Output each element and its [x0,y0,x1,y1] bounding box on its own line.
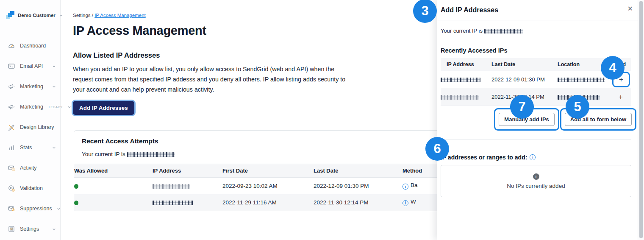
info-icon[interactable]: i [402,184,408,190]
table-row: 2022-11-30 12:14 PM + [441,88,631,106]
page-title: IP Access Management [73,24,437,38]
sidebar-item-label: Suppressions [20,206,52,212]
sidebar-item-label: Email API [20,63,43,69]
breadcrumb: Settings / IP Access Management [73,13,437,18]
panel-title: Add IP Addresses [441,6,498,14]
sidebar-item-label: Marketing [20,84,43,89]
sidebar-item-dashboard[interactable]: Dashboard [0,36,60,56]
callout-badge-7: 7 [510,95,534,119]
sidebar-item-settings[interactable]: Settings [0,219,60,239]
suppressions-icon [8,205,15,212]
sidebar-item-label: Settings [20,226,39,232]
info-icon[interactable]: i [530,154,536,160]
redacted-ip [153,201,193,205]
method-cell: W [411,198,416,205]
col-first-date: First Date [222,164,314,177]
stats-icon [8,144,15,151]
first-date-cell: 2022-11-29 11:16 AM [222,194,314,211]
description-text: When you add an IP to your allow list, y… [73,64,347,95]
design-library-icon [8,123,15,131]
info-icon[interactable]: i [402,200,408,206]
sidebar-item-label: Activity [20,165,37,171]
marketing-icon [8,103,15,111]
sidebar-item-suppressions[interactable]: Suppressions [0,198,60,219]
main-content: Settings / IP Access Management IP Acces… [60,0,437,240]
close-icon[interactable]: ✕ [627,6,633,12]
redacted-current-ip [127,152,175,157]
breadcrumb-link-ip-access[interactable]: IP Access Management [94,13,146,18]
breadcrumb-prefix: Settings / [73,13,93,18]
col-ip-address: IP Address [441,58,491,71]
sidebar-item-activity[interactable]: Activity [0,158,60,178]
col-was-allowed: Was Allowed [74,164,153,177]
sendgrid-logo-icon [6,11,14,20]
panel-buttons-row: Manually add IPs Add all to form below [441,108,636,131]
callout-badge-3: 3 [413,0,437,23]
activity-icon [8,164,15,172]
redacted-location [558,78,605,82]
account-switcher[interactable]: Demo Customer [0,0,60,20]
account-name: Demo Customer [18,13,56,18]
add-ip-plus-button[interactable]: + [615,92,626,102]
sidebar-item-stats[interactable]: Stats [0,137,60,158]
chevron-down-icon [52,64,56,68]
sidebar-item-label: Marketing [20,104,43,110]
validation-icon [8,184,15,192]
panel-current-ip-text: Your current IP is [441,28,631,34]
form-label-row: IP addresses or ranges to add: i [441,154,631,161]
first-date-cell: 2022-09-23 10:02 AM [222,177,314,194]
recently-accessed-heading: Recently Accessed IPs [441,47,631,54]
sidebar-item-email-api[interactable]: Email API [0,56,60,76]
panel-scrollbar [638,0,644,240]
col-ip-address: IP Address [153,164,222,177]
redacted-ip [441,95,479,100]
settings-icon [8,225,15,233]
panel-body: Your current IP is Recently Accessed IPs… [437,28,644,197]
callout-badge-6: 6 [425,137,449,161]
ip-list-empty-box: i No IPs currently added [441,165,631,197]
sidebar-item-marketing-legacy[interactable]: Marketing LEGACY [0,97,60,117]
chevron-down-icon [52,85,56,89]
sidebar-nav: Dashboard Email API Marketing Marketing … [0,36,60,239]
redacted-ip [441,78,480,82]
empty-state-text: No IPs currently added [507,183,565,189]
email-api-icon [8,62,15,70]
callout-badge-5: 5 [566,95,589,119]
sidebar-item-validation[interactable]: Validation [0,178,60,198]
chevron-down-icon [52,227,56,231]
col-last-date: Last Date [491,58,558,71]
form-label: IP addresses or ranges to add: [441,154,527,161]
divider [441,140,631,140]
panel-header: Add IP Addresses ✕ [437,0,644,20]
sidebar-item-label: Dashboard [20,43,46,49]
col-last-date: Last Date [314,164,402,177]
scrollbar-thumb[interactable] [639,1,643,238]
add-ip-addresses-button[interactable]: Add IP Addresses [73,101,134,115]
chevron-down-icon [52,146,56,150]
last-date-cell: 2022-12-09 01:30 PM [314,177,402,194]
sidebar-item-label: Stats [20,145,32,151]
add-ip-addresses-panel: Add IP Addresses ✕ Your current IP is Re… [437,0,644,240]
sidebar-item-label: Design Library [20,124,54,130]
sidebar-item-label: Validation [20,185,43,191]
section-heading: Allow Listed IP Addresses [73,51,437,59]
allowed-status-dot [74,201,78,205]
sidebar-item-design-library[interactable]: Design Library [0,117,60,137]
redacted-ip [153,184,190,189]
callout-badge-4: 4 [601,56,625,80]
redacted-current-ip [484,29,523,33]
last-date-cell: 2022-11-30 12:14 PM [314,194,402,211]
allowed-status-dot [74,184,78,189]
info-filled-icon: i [533,173,539,180]
last-date-cell: 2022-12-09 01:30 PM [491,71,558,88]
dashboard-icon [8,42,15,50]
marketing-icon [8,83,15,90]
sidebar-item-marketing[interactable]: Marketing [0,76,60,97]
sidebar: Demo Customer Dashboard Email API Market… [0,0,61,240]
method-cell: Ba [411,182,418,188]
